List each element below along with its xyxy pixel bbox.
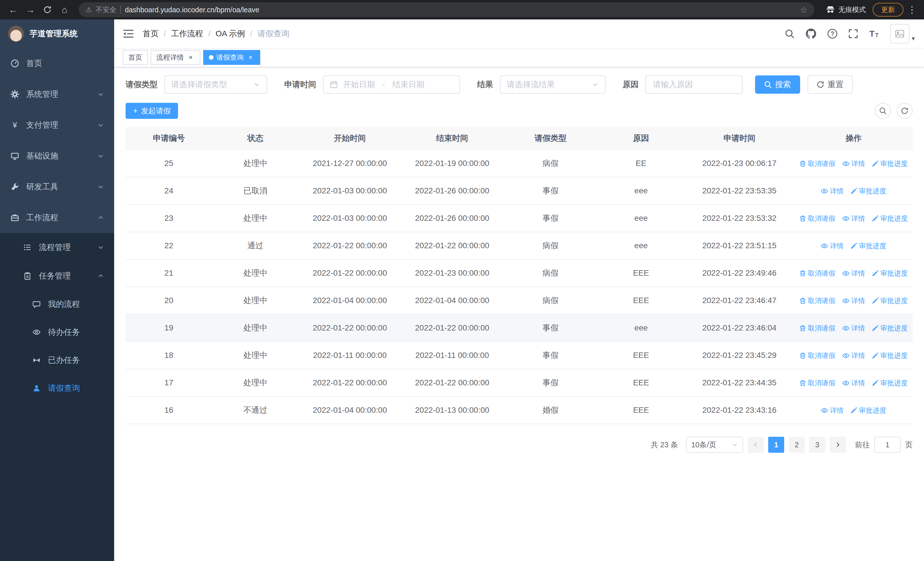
- fullscreen-icon[interactable]: [849, 29, 858, 38]
- bookmark-star-icon[interactable]: ☆: [800, 5, 808, 15]
- close-icon[interactable]: ×: [187, 53, 195, 62]
- cell-reason: EEE: [598, 287, 684, 314]
- tab-leave-query[interactable]: 请假查询 ×: [203, 50, 260, 65]
- sidebar: 芋道管理系统 首页 系统管理 ¥ 支付管理: [0, 20, 114, 561]
- detail-link[interactable]: 详情: [821, 241, 843, 251]
- approval-progress-link[interactable]: 审批进度: [850, 241, 886, 251]
- table-row[interactable]: 19 处理中 2022-01-22 00:00:00 2022-01-22 00…: [126, 314, 913, 341]
- cell-type: 事假: [503, 314, 598, 341]
- sidebar-item-task-management[interactable]: 任务管理: [0, 262, 114, 290]
- detail-link[interactable]: 详情: [842, 214, 865, 223]
- approval-progress-link[interactable]: 审批进度: [872, 379, 908, 388]
- cancel-leave-link[interactable]: 取消请假: [799, 323, 835, 333]
- cancel-leave-link[interactable]: 取消请假: [799, 379, 835, 388]
- cancel-leave-link[interactable]: 取消请假: [799, 296, 835, 305]
- cancel-leave-link[interactable]: 取消请假: [799, 214, 835, 223]
- detail-link[interactable]: 详情: [842, 269, 865, 278]
- cancel-leave-link[interactable]: 取消请假: [799, 269, 835, 278]
- sidebar-item-infrastructure[interactable]: 基础设施: [0, 141, 114, 171]
- browser-forward-icon[interactable]: →: [23, 2, 38, 17]
- approval-progress-link[interactable]: 审批进度: [872, 269, 908, 278]
- approval-progress-link[interactable]: 审批进度: [872, 159, 908, 168]
- detail-link[interactable]: 详情: [842, 323, 865, 333]
- detail-link[interactable]: 详情: [842, 379, 865, 388]
- create-leave-button[interactable]: + 发起请假: [126, 103, 178, 119]
- sidebar-item-payment[interactable]: ¥ 支付管理: [0, 110, 114, 141]
- font-size-icon[interactable]: TT: [869, 29, 879, 38]
- sidebar-collapse-icon[interactable]: [123, 29, 134, 38]
- search-button[interactable]: 搜索: [755, 75, 800, 94]
- browser-reload-icon[interactable]: [40, 2, 55, 17]
- search-icon[interactable]: [785, 29, 795, 39]
- address-bar[interactable]: ⚠ 不安全 dashboard.yudao.iocoder.cn/bpm/oa/…: [79, 2, 814, 17]
- help-icon[interactable]: ?: [828, 29, 837, 39]
- breadcrumb-workflow[interactable]: 工作流程: [171, 28, 203, 39]
- apply-time-range-picker[interactable]: 开始日期 - 结束日期: [323, 75, 460, 94]
- table-row[interactable]: 21 处理中 2022-01-22 00:00:00 2022-01-23 00…: [126, 259, 913, 287]
- page-unit-label: 页: [905, 440, 913, 450]
- close-icon[interactable]: ×: [246, 53, 255, 62]
- approval-progress-link[interactable]: 审批进度: [872, 351, 908, 360]
- table-refresh-icon[interactable]: [897, 103, 913, 119]
- sidebar-item-system[interactable]: 系统管理: [0, 79, 114, 110]
- reason-input[interactable]: [645, 75, 742, 94]
- page-button-2[interactable]: 2: [789, 437, 805, 453]
- app-logo[interactable]: 芋道管理系统: [0, 20, 114, 48]
- leave-type-select[interactable]: 请选择请假类型: [164, 75, 267, 94]
- sidebar-item-workflow[interactable]: 工作流程: [0, 202, 114, 233]
- sidebar-item-leave-query[interactable]: 请假查询: [0, 374, 114, 402]
- table-row[interactable]: 18 处理中 2022-01-11 00:00:00 2022-01-11 00…: [126, 341, 913, 369]
- detail-link[interactable]: 详情: [842, 351, 865, 360]
- detail-link[interactable]: 详情: [842, 296, 865, 305]
- cell-start: 2022-01-22 00:00:00: [299, 259, 401, 287]
- detail-link[interactable]: 详情: [821, 406, 843, 415]
- browser-back-icon[interactable]: ←: [6, 2, 21, 17]
- breadcrumb-current: 请假查询: [257, 28, 290, 39]
- sidebar-item-todo-tasks[interactable]: 待办任务: [0, 318, 114, 346]
- cancel-leave-link[interactable]: 取消请假: [799, 351, 835, 360]
- approval-progress-link[interactable]: 审批进度: [850, 186, 886, 196]
- detail-link[interactable]: 详情: [821, 186, 843, 196]
- prev-page-button[interactable]: [748, 437, 764, 453]
- table-row[interactable]: 17 处理中 2022-01-22 00:00:00 2022-01-22 00…: [126, 369, 913, 397]
- cell-end: 2022-01-11 00:00:00: [401, 341, 503, 369]
- page-button-3[interactable]: 3: [809, 437, 825, 453]
- approval-progress-link[interactable]: 审批进度: [872, 323, 908, 333]
- browser-menu-icon[interactable]: ⋮: [906, 4, 918, 15]
- goto-page-input[interactable]: [874, 437, 901, 453]
- sidebar-item-home[interactable]: 首页: [0, 48, 114, 79]
- cell-status: 通过: [212, 232, 298, 259]
- table-row[interactable]: 25 处理中 2021-12-27 00:00:00 2022-01-19 00…: [126, 150, 913, 177]
- tab-home[interactable]: 首页: [123, 50, 148, 65]
- browser-update-button[interactable]: 更新: [873, 3, 903, 17]
- table-header-row: 申请编号 状态 开始时间 结束时间 请假类型 原因 申请时间 操作: [126, 127, 913, 150]
- tab-process-detail[interactable]: 流程详情 ×: [151, 50, 200, 65]
- cancel-leave-link[interactable]: 取消请假: [799, 159, 835, 168]
- browser-home-icon[interactable]: ⌂: [57, 2, 72, 17]
- table-row[interactable]: 23 处理中 2022-01-03 00:00:00 2022-01-26 00…: [126, 205, 913, 232]
- goto-label: 前往: [855, 440, 870, 450]
- table-row[interactable]: 24 已取消 2022-01-03 00:00:00 2022-01-26 00…: [126, 177, 913, 205]
- table-row[interactable]: 22 通过 2022-01-22 00:00:00 2022-01-22 00:…: [126, 232, 913, 259]
- breadcrumb-oa-example[interactable]: OA 示例: [216, 28, 245, 39]
- page-button-1[interactable]: 1: [768, 437, 784, 453]
- sidebar-item-my-processes[interactable]: 我的流程: [0, 290, 114, 318]
- table-row[interactable]: 20 处理中 2022-01-04 00:00:00 2022-01-04 00…: [126, 287, 913, 314]
- user-avatar[interactable]: ▾: [890, 24, 915, 44]
- sidebar-item-done-tasks[interactable]: 已办任务: [0, 346, 114, 374]
- approval-progress-link[interactable]: 审批进度: [850, 406, 886, 415]
- approval-progress-link[interactable]: 审批进度: [872, 296, 908, 305]
- approval-progress-link[interactable]: 审批进度: [872, 214, 908, 223]
- breadcrumb-home[interactable]: 首页: [142, 28, 159, 39]
- sidebar-item-process-management[interactable]: 流程管理: [0, 233, 114, 262]
- result-select[interactable]: 请选择流结果: [500, 75, 606, 94]
- cell-reason: EEE: [598, 397, 684, 424]
- reset-button[interactable]: 重置: [808, 75, 853, 94]
- detail-link[interactable]: 详情: [842, 159, 865, 168]
- sidebar-item-devtools[interactable]: 研发工具: [0, 171, 114, 202]
- page-size-select[interactable]: 10条/页: [686, 437, 743, 453]
- github-icon[interactable]: [806, 29, 816, 39]
- table-search-toggle-icon[interactable]: [875, 103, 891, 119]
- next-page-button[interactable]: [830, 437, 846, 453]
- table-row[interactable]: 16 不通过 2022-01-04 00:00:00 2022-01-13 00…: [126, 397, 913, 424]
